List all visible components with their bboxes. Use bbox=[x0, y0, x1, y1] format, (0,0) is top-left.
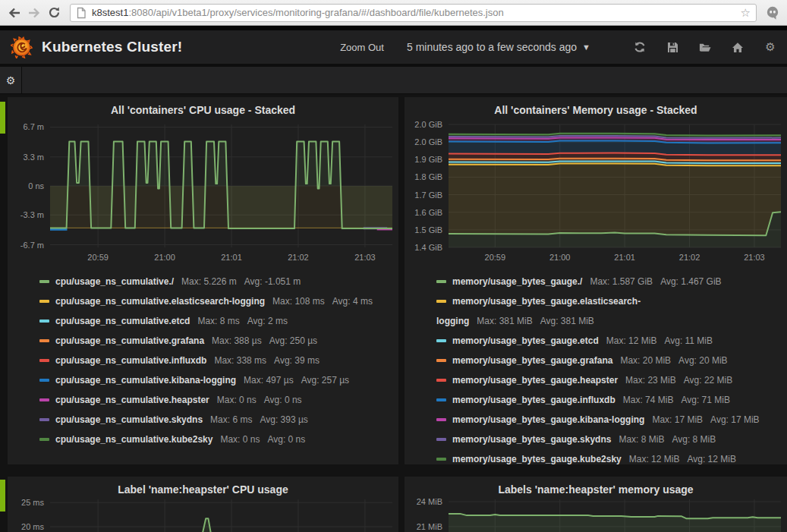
legend-item[interactable]: memory/usage_bytes_gauge.influxdbMax: 74… bbox=[436, 390, 779, 410]
legend-item[interactable]: cpu/usage_ns_cumulative.elasticsearch-lo… bbox=[39, 291, 398, 311]
time-range-picker[interactable]: 5 minutes ago to a few seconds ago ▼ bbox=[407, 41, 590, 53]
legend-series-name[interactable]: cpu/usage_ns_cumulative.skydns bbox=[55, 414, 203, 425]
row-drag-handle-1[interactable] bbox=[0, 102, 5, 134]
legend-item[interactable]: memory/usage_bytes_gauge./Max: 1.587 GiB… bbox=[436, 272, 779, 291]
svg-text:21:01: 21:01 bbox=[614, 253, 635, 262]
memory-usage-chart[interactable]: 2.0 GiB2.0 GiB1.9 GiB1.8 GiB1.7 GiB1.6 G… bbox=[405, 118, 787, 267]
legend-swatch-icon[interactable] bbox=[39, 300, 49, 303]
svg-text:20 ms: 20 ms bbox=[21, 522, 44, 531]
legend-swatch-icon[interactable] bbox=[39, 339, 49, 342]
legend-swatch-icon[interactable] bbox=[436, 300, 446, 303]
legend-series-name[interactable]: cpu/usage_ns_cumulative.influxdb bbox=[55, 355, 206, 366]
heapster-cpu-panel: Label 'name:heapster' CPU usage 25 ms20 … bbox=[8, 477, 398, 532]
panel-title-heapster-memory[interactable]: Labels 'name:heapster' memory usage bbox=[405, 477, 787, 498]
legend-swatch-icon[interactable] bbox=[39, 418, 49, 421]
legend-swatch-icon[interactable] bbox=[436, 359, 446, 362]
save-dashboard-button[interactable] bbox=[666, 41, 678, 53]
reload-button[interactable] bbox=[44, 3, 64, 23]
legend-swatch-icon[interactable] bbox=[39, 438, 49, 441]
legend-item[interactable]: memory/usage_bytes_gauge.kibana-loggingM… bbox=[436, 410, 779, 430]
zoom-out-button[interactable]: Zoom Out bbox=[340, 42, 384, 53]
refresh-dashboard-button[interactable] bbox=[634, 41, 646, 53]
legend-swatch-icon[interactable] bbox=[39, 280, 49, 283]
bookmark-star-icon[interactable]: ☆ bbox=[741, 7, 751, 18]
heapster-memory-chart[interactable]: 24 MiB21 MiB bbox=[405, 498, 787, 532]
home-button[interactable] bbox=[732, 41, 744, 53]
legend-avg-value: Avg: 71 MiB bbox=[681, 395, 729, 405]
legend-series-name[interactable]: memory/usage_bytes_gauge.kibana-logging bbox=[452, 414, 644, 425]
legend-item[interactable]: cpu/usage_ns_cumulative.kube2skyMax: 0 n… bbox=[39, 430, 398, 449]
svg-text:21 MiB: 21 MiB bbox=[417, 522, 442, 531]
heapster-cpu-chart[interactable]: 25 ms20 ms bbox=[8, 498, 398, 532]
row-drag-handle-2[interactable] bbox=[0, 480, 5, 512]
legend-series-name[interactable]: memory/usage_bytes_gauge./ bbox=[452, 276, 582, 287]
legend-series-name[interactable]: memory/usage_bytes_gauge.elasticsearch-l… bbox=[436, 296, 641, 326]
legend-item[interactable]: cpu/usage_ns_cumulative.skydnsMax: 6 msA… bbox=[39, 410, 398, 430]
legend-swatch-icon[interactable] bbox=[39, 359, 49, 362]
legend-item[interactable]: cpu/usage_ns_cumulative.kibana-loggingMa… bbox=[39, 370, 398, 390]
forward-button[interactable] bbox=[24, 3, 44, 23]
dashboard-title[interactable]: Kubernetes Cluster! bbox=[42, 39, 182, 55]
legend-max-value: Max: 0 ns bbox=[217, 395, 257, 405]
legend-item[interactable]: memory/usage_bytes_gauge.skydnsMax: 8 Mi… bbox=[436, 430, 779, 449]
svg-text:2.0 GiB: 2.0 GiB bbox=[414, 120, 442, 129]
legend-series-name[interactable]: memory/usage_bytes_gauge.influxdb bbox=[452, 395, 615, 405]
legend-series-name[interactable]: memory/usage_bytes_gauge.skydns bbox=[452, 434, 611, 445]
legend-item[interactable]: memory/usage_bytes_gauge.grafanaMax: 20 … bbox=[436, 351, 779, 370]
svg-text:21:01: 21:01 bbox=[221, 253, 242, 262]
legend-swatch-icon[interactable] bbox=[39, 379, 49, 382]
legend-item[interactable]: memory/usage_bytes_gauge.kube2skyMax: 12… bbox=[436, 449, 779, 469]
legend-item[interactable]: cpu/usage_ns_cumulative.influxdbMax: 338… bbox=[39, 351, 398, 370]
legend-avg-value: Avg: 12 MiB bbox=[687, 454, 735, 464]
legend-swatch-icon[interactable] bbox=[436, 398, 446, 401]
legend-swatch-icon[interactable] bbox=[436, 339, 446, 342]
legend-swatch-icon[interactable] bbox=[39, 320, 49, 323]
legend-series-name[interactable]: memory/usage_bytes_gauge.heapster bbox=[452, 375, 618, 386]
panel-title-memory[interactable]: All 'containers' Memory usage - Stacked bbox=[405, 97, 787, 118]
legend-series-name[interactable]: cpu/usage_ns_cumulative.elasticsearch-lo… bbox=[55, 296, 265, 307]
cpu-usage-chart[interactable]: 6.7 m3.3 m0 ns-3.3 m-6.7 m20:5921:0021:0… bbox=[8, 118, 398, 267]
address-bar[interactable]: k8stest1:8080/api/v1beta1/proxy/services… bbox=[70, 4, 757, 22]
panel-title-heapster-cpu[interactable]: Label 'name:heapster' CPU usage bbox=[8, 477, 398, 498]
legend-series-name[interactable]: memory/usage_bytes_gauge.etcd bbox=[452, 335, 599, 346]
legend-swatch-icon[interactable] bbox=[436, 280, 446, 283]
svg-text:1.4 GiB: 1.4 GiB bbox=[414, 243, 442, 252]
legend-swatch-icon[interactable] bbox=[436, 438, 446, 441]
legend-series-name[interactable]: cpu/usage_ns_cumulative./ bbox=[55, 276, 174, 287]
grafana-logo-icon[interactable] bbox=[11, 36, 33, 58]
legend-item[interactable]: cpu/usage_ns_cumulative./Max: 5.226 mAvg… bbox=[39, 272, 398, 291]
legend-item[interactable]: memory/usage_bytes_gauge.heapsterMax: 23… bbox=[436, 370, 779, 390]
legend-max-value: Max: 23 MiB bbox=[625, 375, 676, 386]
settings-button[interactable]: ⚙ bbox=[764, 41, 776, 53]
legend-series-name[interactable]: memory/usage_bytes_gauge.grafana bbox=[452, 355, 612, 366]
hangouts-extension-button[interactable] bbox=[763, 3, 782, 23]
open-dashboard-button[interactable] bbox=[699, 41, 711, 53]
legend-item[interactable]: cpu/usage_ns_cumulative.heapsterMax: 0 n… bbox=[39, 390, 398, 410]
row-settings-button[interactable]: ⚙ bbox=[0, 67, 22, 93]
legend-series-name[interactable]: cpu/usage_ns_cumulative.etcd bbox=[55, 316, 190, 326]
legend-series-name[interactable]: cpu/usage_ns_cumulative.kube2sky bbox=[55, 434, 212, 445]
back-button[interactable] bbox=[5, 3, 24, 23]
legend-item[interactable]: cpu/usage_ns_cumulative.grafanaMax: 388 … bbox=[39, 331, 398, 351]
panel-title-cpu[interactable]: All 'containers' CPU usage - Stacked bbox=[8, 97, 398, 118]
url-host: k8stest1 bbox=[92, 7, 128, 18]
svg-text:21:00: 21:00 bbox=[549, 253, 571, 262]
legend-series-name[interactable]: memory/usage_bytes_gauge.kube2sky bbox=[452, 454, 622, 464]
legend-max-value: Max: 74 MiB bbox=[623, 395, 674, 405]
legend-max-value: Max: 497 µs bbox=[244, 375, 294, 386]
legend-avg-value: Avg: -1.051 m bbox=[244, 276, 301, 287]
legend-max-value: Max: 12 MiB bbox=[629, 454, 680, 464]
legend-item[interactable]: memory/usage_bytes_gauge.etcdMax: 12 MiB… bbox=[436, 331, 779, 351]
legend-series-name[interactable]: cpu/usage_ns_cumulative.heapster bbox=[55, 395, 209, 405]
legend-swatch-icon[interactable] bbox=[436, 418, 446, 421]
svg-text:20:59: 20:59 bbox=[485, 253, 506, 262]
legend-item[interactable]: memory/usage_bytes_gauge.elasticsearch-l… bbox=[436, 291, 779, 331]
legend-avg-value: Avg: 1.467 GiB bbox=[660, 276, 722, 287]
legend-swatch-icon[interactable] bbox=[39, 398, 49, 401]
legend-series-name[interactable]: cpu/usage_ns_cumulative.grafana bbox=[55, 335, 204, 346]
legend-series-name[interactable]: cpu/usage_ns_cumulative.kibana-logging bbox=[55, 375, 236, 386]
dashboard-submenu: ⚙ bbox=[0, 67, 787, 94]
legend-item[interactable]: cpu/usage_ns_cumulative.etcdMax: 8 msAvg… bbox=[39, 311, 398, 331]
legend-swatch-icon[interactable] bbox=[436, 379, 446, 382]
legend-swatch-icon[interactable] bbox=[436, 458, 446, 461]
